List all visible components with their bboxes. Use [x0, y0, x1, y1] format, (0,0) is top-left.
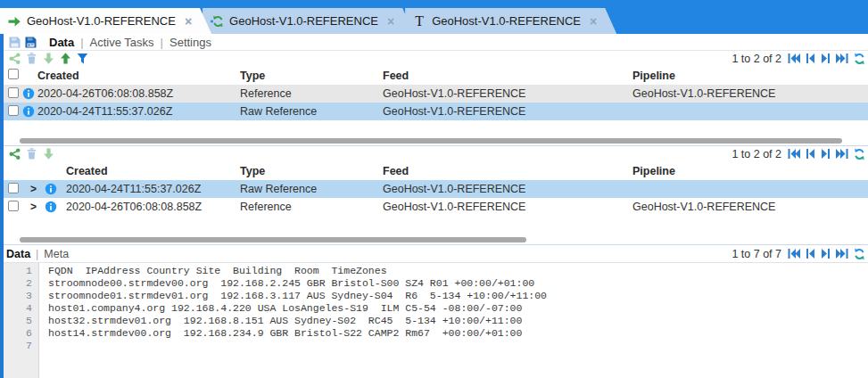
code-line [48, 340, 868, 352]
close-icon[interactable]: × [590, 15, 597, 28]
prev-page-icon[interactable] [803, 247, 817, 260]
close-icon[interactable]: × [185, 15, 192, 28]
next-page-icon[interactable] [819, 52, 833, 65]
row-checkbox[interactable] [8, 87, 19, 98]
process-sync-icon [210, 14, 224, 29]
refresh-icon[interactable] [851, 52, 865, 65]
table-row[interactable]: 2020-04-26T06:08:08.858Z Reference GeoHo… [4, 85, 868, 103]
tab-label: GeoHost-V1.0-REFERENCE [229, 14, 378, 28]
scrollbar-thumb[interactable] [20, 237, 526, 242]
delete-icon[interactable] [24, 52, 38, 65]
code-line: host14.strmdev00.org 192.168.234.9 GBR B… [48, 327, 868, 340]
tab-geohost-text[interactable]: T GeoHost-V1.0-REFERENCE × [405, 8, 616, 34]
tab-label: GeoHost-V1.0-REFERENCE [432, 14, 581, 28]
menu-items: Data | Active Tasks | Settings [49, 36, 211, 49]
share-icon[interactable] [7, 52, 21, 65]
share-icon[interactable] [7, 147, 21, 160]
cell-pipeline: GeoHost-V1.0-REFERENCE [632, 201, 868, 213]
menu-bar: Data | Active Tasks | Settings [4, 34, 868, 51]
cell-pipeline: GeoHost-V1.0-REFERENCE [632, 87, 868, 100]
save-as-icon[interactable] [24, 36, 37, 49]
next-page-icon[interactable] [819, 147, 833, 160]
tab-geohost-process[interactable]: GeoHost-V1.0-REFERENCE × [203, 8, 414, 34]
first-page-icon[interactable] [787, 147, 801, 160]
column-header-type[interactable]: Type [240, 165, 383, 177]
download-arrow-icon[interactable] [41, 52, 55, 65]
menu-item-settings[interactable]: Settings [169, 36, 211, 49]
refresh-icon[interactable] [851, 247, 865, 260]
cell-type: Raw Reference [240, 105, 383, 118]
cell-type: Reference [240, 201, 383, 213]
table-row-selected[interactable]: > 2020-04-24T11:55:37.026Z Raw Reference… [4, 180, 868, 198]
pagination-range: 1 to 2 of 2 [732, 53, 781, 65]
column-header-feed[interactable]: Feed [383, 165, 632, 177]
next-page-icon[interactable] [819, 247, 833, 260]
stream-table: Created Type Feed Pipeline 2020-04-26T06… [4, 66, 868, 120]
first-page-icon[interactable] [787, 52, 801, 65]
cell-created: 2020-04-26T06:08:08.858Z [37, 87, 240, 100]
cell-feed: GeoHost-V1.0-REFERENCE [383, 105, 632, 118]
menu-item-active-tasks[interactable]: Active Tasks [90, 36, 154, 49]
refresh-icon[interactable] [851, 147, 865, 160]
column-header-feed[interactable]: Feed [383, 70, 632, 82]
save-icon[interactable] [8, 36, 21, 49]
tab-label: GeoHost-V1.0-REFERENCE [27, 14, 176, 28]
code-line: FQDN IPAddress Country Site Building Roo… [48, 265, 868, 277]
close-icon[interactable]: × [387, 15, 394, 28]
last-page-icon[interactable] [835, 52, 849, 65]
table-header-row: Created Type Feed Pipeline [4, 161, 868, 180]
line-number: 3 [4, 290, 32, 302]
info-icon[interactable] [22, 105, 35, 118]
detail-toolbar: 1 to 2 of 2 [4, 146, 868, 161]
info-icon[interactable] [45, 201, 57, 213]
filter-icon[interactable] [75, 52, 89, 65]
data-text-editor[interactable]: 1 2 3 4 5 6 7 FQDN IPAddress Country Sit… [4, 263, 868, 378]
expand-chevron-icon[interactable]: > [25, 183, 45, 195]
horizontal-scrollbar [4, 235, 868, 244]
line-number: 4 [4, 302, 32, 315]
tab-geohost-stream[interactable]: GeoHost-V1.0-REFERENCE × [0, 8, 211, 34]
stream-toolbar: 1 to 2 of 2 [4, 51, 868, 66]
pagination: 1 to 2 of 2 [732, 147, 865, 160]
cell-feed: GeoHost-V1.0-REFERENCE [383, 87, 632, 100]
column-header-pipeline[interactable]: Pipeline [632, 165, 868, 177]
pagination-range: 1 to 7 of 7 [732, 248, 781, 260]
menu-item-data[interactable]: Data [49, 36, 74, 49]
line-number-gutter: 1 2 3 4 5 6 7 [4, 263, 39, 378]
row-checkbox[interactable] [8, 201, 19, 211]
first-page-icon[interactable] [787, 247, 801, 260]
table-row-selected[interactable]: 2020-04-24T11:55:37.026Z Raw Reference G… [4, 103, 868, 120]
prev-page-icon[interactable] [803, 147, 817, 160]
column-header-created[interactable]: Created [66, 165, 240, 177]
pagination: 1 to 2 of 2 [732, 52, 865, 65]
info-icon[interactable] [45, 183, 57, 195]
select-all-checkbox[interactable] [8, 69, 19, 79]
cell-feed: GeoHost-V1.0-REFERENCE [383, 201, 632, 213]
tab-meta[interactable]: Meta [44, 248, 69, 260]
info-icon[interactable] [22, 87, 35, 100]
row-checkbox[interactable] [8, 105, 19, 116]
line-number: 6 [4, 327, 32, 340]
stroom-app: GeoHost-V1.0-REFERENCE × GeoHost-V1.0-RE… [0, 0, 868, 378]
row-checkbox[interactable] [8, 183, 19, 193]
upload-arrow-icon[interactable] [58, 52, 72, 65]
expand-chevron-icon[interactable]: > [25, 201, 45, 213]
cell-feed: GeoHost-V1.0-REFERENCE [383, 183, 632, 195]
column-header-created[interactable]: Created [37, 70, 240, 82]
download-arrow-icon[interactable] [41, 147, 55, 160]
code-line: host01.company4.org 192.168.4.220 USA Lo… [48, 302, 868, 315]
line-number: 1 [4, 265, 32, 277]
stream-detail-pane: 1 to 2 of 2 Created Type Feed Pipeline [4, 145, 868, 244]
column-header-pipeline[interactable]: Pipeline [632, 70, 868, 82]
prev-page-icon[interactable] [803, 52, 817, 65]
line-number: 2 [4, 277, 32, 290]
tab-data[interactable]: Data [6, 248, 30, 260]
code-line: stroomnode01.strmdev01.org 192.168.3.117… [48, 290, 868, 302]
last-page-icon[interactable] [835, 147, 849, 160]
cell-created: 2020-04-24T11:55:37.026Z [66, 183, 240, 195]
scrollbar-thumb[interactable] [20, 138, 842, 144]
delete-icon[interactable] [24, 147, 38, 160]
column-header-type[interactable]: Type [240, 70, 383, 82]
last-page-icon[interactable] [835, 247, 849, 260]
table-row[interactable]: > 2020-04-26T06:08:08.858Z Reference Geo… [4, 198, 868, 216]
